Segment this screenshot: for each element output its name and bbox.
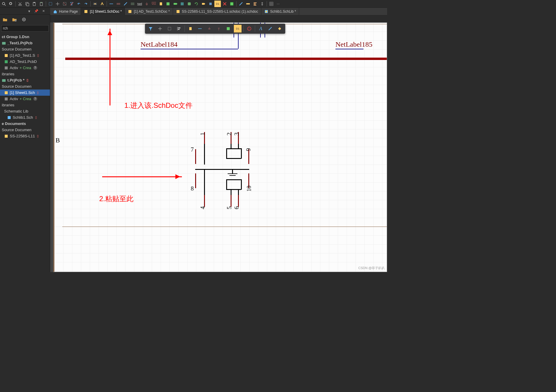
designator-icon[interactable]: D1 [234, 25, 242, 32]
highlight-icon[interactable] [99, 1, 105, 7]
measure-icon[interactable] [245, 1, 251, 7]
line-icon[interactable] [266, 25, 274, 32]
svg-rect-44 [202, 3, 204, 5]
move-icon[interactable] [54, 1, 61, 7]
tab-adtest1[interactable]: [1] AD_Test1.SchDoc * [125, 8, 173, 15]
svg-rect-9 [27, 3, 29, 6]
net-label[interactable]: NetLabel185 [335, 40, 372, 48]
sheet-symbol-icon[interactable] [165, 1, 171, 7]
tab-ss2258[interactable]: SS-2258S-L11_SS-2258S-L1.schdoc (1).schd… [173, 8, 261, 15]
bus-entry-icon[interactable] [122, 1, 129, 7]
pin-number: 9 [245, 148, 252, 151]
tree-project[interactable]: _Test1.PrjPcb [0, 40, 50, 46]
redo-icon[interactable] [83, 1, 89, 7]
harness-conn-icon[interactable] [186, 1, 193, 7]
deselect-icon[interactable] [61, 1, 68, 7]
grid-icon[interactable] [268, 1, 275, 7]
off-sheet-icon[interactable] [207, 1, 214, 7]
schematic-component[interactable]: 1 2 3 7 9 [189, 132, 257, 215]
move-icon[interactable] [156, 25, 164, 32]
sheet-icon[interactable] [224, 25, 232, 32]
svg-point-71 [23, 19, 25, 20]
svg-line-97 [269, 27, 272, 30]
harness-icon[interactable] [129, 1, 136, 7]
distribute-icon[interactable] [259, 1, 265, 7]
device-sheet-icon[interactable] [179, 1, 185, 7]
no-erc-icon[interactable] [221, 1, 228, 7]
tab-schlib[interactable]: Schlib1.SchLib * [261, 8, 299, 15]
wire-icon[interactable] [108, 1, 115, 7]
paste-special-icon[interactable] [38, 1, 45, 7]
paste-icon[interactable] [31, 1, 37, 7]
panel-dropdown-icon[interactable]: ▼ [27, 9, 32, 14]
tab-home[interactable]: Home Page [50, 8, 81, 15]
select-rect-icon[interactable] [47, 1, 54, 7]
tree-folder[interactable]: Source Documen [0, 127, 50, 133]
tab-label: Home Page [59, 9, 78, 14]
copy-icon[interactable] [24, 1, 30, 7]
zoom-fit-icon[interactable] [1, 1, 7, 7]
net-label[interactable]: NetLabel184 [141, 40, 177, 48]
tree-pcbdoc[interactable]: AD_Test1.PcbD [0, 58, 50, 65]
schlib-icon [264, 9, 268, 14]
gear-icon[interactable] [21, 16, 27, 23]
cross-probe-icon[interactable] [92, 1, 98, 7]
units-icon[interactable]: ⋯ [275, 1, 282, 7]
pin-number: 1 [199, 133, 206, 136]
diamond-icon[interactable] [276, 25, 283, 32]
tree-group[interactable]: ct Group 1.Dsn [0, 34, 50, 40]
cut-icon[interactable] [17, 1, 23, 7]
help-icon: ? [33, 97, 37, 101]
netlabel-icon[interactable]: Netl [136, 1, 143, 7]
tree-project[interactable]: t.PrjPcb *▯ [0, 77, 50, 83]
align-left-icon[interactable] [175, 25, 183, 32]
bus-icon[interactable] [115, 1, 122, 7]
sheet-row-label: B [56, 136, 60, 144]
gnd-icon[interactable] [206, 25, 213, 32]
port-icon[interactable] [200, 1, 207, 7]
power-port-icon[interactable] [215, 25, 223, 32]
tree-folder[interactable]: ibraries [0, 71, 50, 77]
select-icon[interactable] [166, 25, 173, 32]
sch-doc-icon [128, 9, 132, 14]
tab-label: SS-2258S-L11_SS-2258S-L1.schdoc (1).schd… [182, 9, 258, 14]
tree-folder[interactable]: Source Documen [0, 46, 50, 52]
folder-gear-icon[interactable] [11, 16, 18, 23]
panel-close-icon[interactable]: ✕ [41, 9, 46, 14]
part-icon[interactable] [187, 25, 194, 32]
tree-folder[interactable]: ibraries [0, 102, 50, 108]
tree-folder[interactable]: Source Documen [0, 83, 50, 90]
gnd-icon[interactable] [144, 1, 150, 7]
tree-schlib[interactable]: Schlib1.Sch▯ [0, 114, 50, 121]
zoom-area-icon[interactable] [8, 1, 14, 7]
tree-activebom[interactable]: Activ+ Crea? [0, 65, 50, 71]
active-bar: D1 i A [145, 24, 285, 34]
schematic-canvas[interactable]: B NetLabel184 NetLabel185 D1 i A [53, 22, 387, 272]
folder-icon[interactable] [2, 16, 8, 23]
undo-icon[interactable] [76, 1, 82, 7]
panel-pin-icon[interactable]: 📌 [34, 9, 39, 14]
tree-schdoc-selected[interactable]: [1] Sheet1.Sch▯ [0, 90, 50, 96]
tree-folder[interactable]: Schematic Lib [0, 108, 50, 114]
project-search-input[interactable] [1, 25, 49, 32]
tree-schdoc[interactable]: SS-2258S-L11▯ [0, 133, 50, 139]
vcc-icon[interactable]: Vcc [151, 1, 157, 7]
wire-icon[interactable] [196, 25, 204, 32]
place-component-icon[interactable] [229, 1, 235, 7]
designator-icon[interactable]: D1 [214, 1, 221, 7]
align-icon[interactable] [252, 1, 258, 7]
text-icon[interactable]: A [257, 25, 265, 32]
refresh-icon[interactable] [193, 1, 200, 7]
warning-icon[interactable]: i [245, 25, 253, 32]
part-icon[interactable] [158, 1, 164, 7]
sheet-entry-icon[interactable] [172, 1, 178, 7]
svg-rect-14 [49, 2, 52, 5]
tree-group[interactable]: e Documents [0, 121, 50, 127]
svg-rect-80 [5, 135, 8, 138]
tree-schdoc[interactable]: [1] AD_Test1.S▯ [0, 52, 50, 58]
filter-icon[interactable] [147, 25, 154, 32]
line-icon[interactable] [238, 1, 244, 7]
clear-filter-icon[interactable] [69, 1, 75, 7]
tree-activebom[interactable]: Activ+ Crea? [0, 96, 50, 102]
tab-sheet1[interactable]: [1] Sheet1.SchDoc * [81, 8, 125, 15]
